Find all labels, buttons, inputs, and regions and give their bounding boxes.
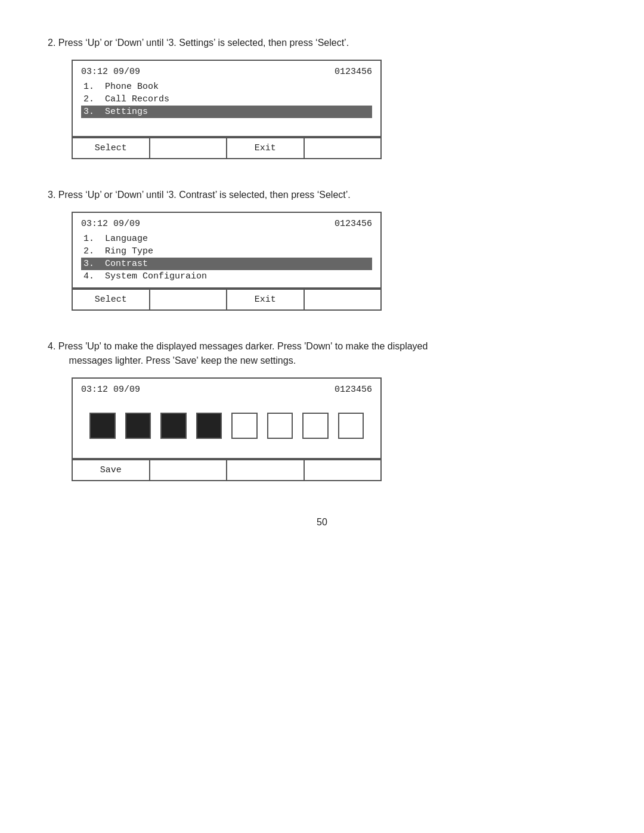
screen-3-item-1: 1. Language	[81, 233, 372, 245]
screen-4: 03:12 09/09 0123456 Save	[72, 377, 382, 481]
screen-2-btn-empty1	[150, 138, 228, 158]
block-1	[89, 413, 116, 439]
screen-2-btn-exit[interactable]: Exit	[227, 138, 305, 158]
screen-3-buttons: Select Exit	[73, 289, 380, 309]
screen-2-spacer	[81, 118, 372, 131]
block-2	[125, 413, 151, 439]
screen-4-btn-empty3	[305, 460, 381, 480]
step-3: 3. Press ‘Up’ or ‘Down’ until ‘3. Contra…	[48, 188, 596, 311]
screen-4-btn-empty2	[227, 460, 305, 480]
screen-2: 03:12 09/09 0123456 1. Phone Book 2. Cal…	[72, 60, 382, 159]
screen-3-item-3-selected: 3. Contrast	[81, 258, 372, 270]
screen-2-item-2: 2. Call Records	[81, 93, 372, 106]
screen-3-btn-select[interactable]: Select	[73, 290, 150, 309]
screen-3: 03:12 09/09 0123456 1. Language 2. Ring …	[72, 212, 382, 311]
screen-2-item-1: 1. Phone Book	[81, 80, 372, 93]
screen-3-btn-empty1	[150, 290, 228, 309]
block-7	[302, 413, 329, 439]
screen-4-btn-save[interactable]: Save	[73, 460, 150, 480]
screen-2-item-3-selected: 3. Settings	[81, 106, 372, 118]
screen-2-buttons: Select Exit	[73, 137, 380, 158]
screen-2-btn-empty2	[305, 138, 381, 158]
page-number: 50	[48, 517, 596, 528]
screen-4-time: 03:12 09/09	[81, 385, 140, 395]
screen-3-item-4: 4. System Configuraion	[81, 270, 372, 283]
screen-4-buttons: Save	[73, 459, 380, 480]
screen-2-top: 03:12 09/09 0123456 1. Phone Book 2. Cal…	[73, 61, 380, 136]
step-4-text: 4. Press 'Up' to make the displayed mess…	[48, 339, 596, 368]
screen-2-btn-select[interactable]: Select	[73, 138, 150, 158]
block-3	[160, 413, 187, 439]
screen-4-btn-empty1	[150, 460, 228, 480]
step-3-text: 3. Press ‘Up’ or ‘Down’ until ‘3. Contra…	[48, 188, 596, 202]
screen-2-time: 03:12 09/09	[81, 67, 140, 77]
screen-2-number: 0123456	[335, 67, 372, 77]
screen-3-top: 03:12 09/09 0123456 1. Language 2. Ring …	[73, 213, 380, 287]
contrast-blocks	[81, 398, 372, 453]
step-2: 2. Press ‘Up’ or ‘Down’ until ‘3. Settin…	[48, 36, 596, 159]
screen-3-number: 0123456	[335, 219, 372, 229]
screen-4-number: 0123456	[335, 385, 372, 395]
block-5	[231, 413, 258, 439]
screen-4-header: 03:12 09/09 0123456	[81, 385, 372, 395]
step-4: 4. Press 'Up' to make the displayed mess…	[48, 339, 596, 481]
screen-3-btn-exit[interactable]: Exit	[227, 290, 305, 309]
screen-4-top: 03:12 09/09 0123456	[73, 379, 380, 458]
screen-3-time: 03:12 09/09	[81, 219, 140, 229]
screen-3-header: 03:12 09/09 0123456	[81, 219, 372, 229]
block-6	[267, 413, 293, 439]
step-2-text: 2. Press ‘Up’ or ‘Down’ until ‘3. Settin…	[48, 36, 596, 50]
screen-3-item-2: 2. Ring Type	[81, 245, 372, 258]
screen-2-header: 03:12 09/09 0123456	[81, 67, 372, 77]
screen-3-btn-empty2	[305, 290, 381, 309]
block-8	[338, 413, 364, 439]
block-4	[196, 413, 222, 439]
